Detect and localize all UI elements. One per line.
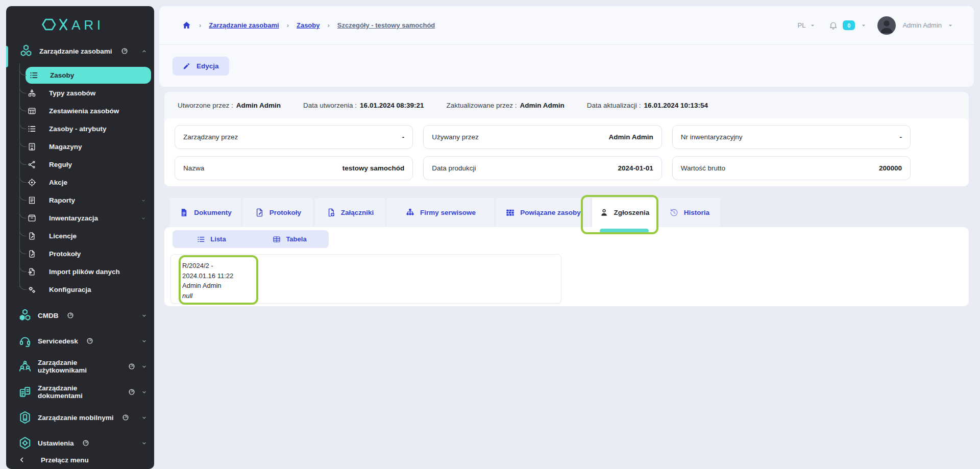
active-tab-indicator	[600, 229, 649, 233]
tab-protokoly[interactable]: Protokoły	[243, 198, 313, 227]
breadcrumb-separator: ›	[199, 21, 201, 29]
headset-icon	[18, 334, 32, 348]
shapes-icon	[28, 89, 36, 97]
list-icon	[28, 125, 36, 133]
target-icon	[28, 178, 36, 187]
tab-dokumenty[interactable]: Dokumenty	[170, 198, 241, 227]
sidebar-toggle-menu[interactable]: Przełącz menu	[6, 452, 154, 468]
breadcrumb-link-assets-module[interactable]: Zarządzanie zasobami	[209, 21, 279, 29]
warehouse-icon	[28, 142, 36, 151]
tab-label: Załączniki	[341, 209, 374, 216]
breadcrumb-row: › Zarządzanie zasobami › Zasoby › Szczeg…	[159, 6, 974, 45]
tab-zalaczniki[interactable]: Załączniki	[315, 198, 385, 227]
sidebar-item-import-plikow[interactable]: Import plików danych	[19, 263, 154, 281]
sidebar-item-zasoby-atrybuty[interactable]: Zasoby - atrybuty	[19, 120, 154, 138]
tab-label: Firmy serwisowe	[420, 209, 476, 216]
sidebar-item-servicedesk[interactable]: Servicedesk	[6, 328, 154, 354]
sidebar-item-label: Magazyny	[49, 143, 82, 151]
meta-value: 16.01.2024 08:39:21	[360, 102, 424, 109]
field-label: Wartość brutto	[681, 164, 725, 172]
sidebar-item-label: Inwentaryzacja	[49, 214, 98, 222]
tab-content-panel: Lista Tabela R/2024/2 - 2024.01.16 11:22…	[164, 227, 969, 306]
field-production-date[interactable]: Data produkcji 2024-01-01	[423, 156, 662, 180]
tab-zgloszenia[interactable]: Zgłoszenia	[592, 198, 656, 227]
detail-tabs: Dokumenty Protokoły Załączniki Firmy ser…	[170, 198, 720, 227]
sidebar-item-label: Raporty	[49, 196, 75, 204]
caret-down-icon	[808, 21, 817, 30]
sidebar-item-inwentaryzacja[interactable]: Inwentaryzacja	[19, 209, 154, 227]
sidebar-item-label: Zasoby	[50, 71, 74, 79]
subtab-lista[interactable]: Lista	[173, 230, 251, 248]
field-gross-value[interactable]: Wartość brutto 200000	[672, 156, 911, 180]
sidebar-item-raporty[interactable]: Raporty	[19, 191, 154, 209]
tab-label: Protokoły	[270, 209, 301, 216]
notification-badge[interactable]: 0	[843, 20, 855, 30]
breadcrumb: › Zarządzanie zasobami › Zasoby › Szczeg…	[182, 20, 435, 30]
chevron-down-icon	[141, 198, 146, 203]
tab-powiazane-zasoby[interactable]: Powiązane zasoby	[496, 198, 590, 227]
sidebar-item-mobile-management[interactable]: Zarządzanie mobilnymi	[6, 405, 154, 430]
breadcrumb-current[interactable]: Szczegóły - testowy samochód	[337, 21, 435, 29]
field-used-by[interactable]: Używany przez Admin Admin	[423, 125, 662, 149]
sidebar-section-label: Zarządzanie mobilnymi	[38, 414, 114, 422]
ticket-card[interactable]: R/2024/2 - 2024.01.16 11:22 Admin Admin …	[170, 254, 561, 304]
sidebar: ARI Zarządzanie zasobami Zasoby Typy zas…	[6, 6, 154, 469]
language-selector[interactable]: PL	[798, 21, 817, 30]
field-inventory-number[interactable]: Nr inwentaryzacyjny -	[672, 125, 911, 149]
sidebar-item-label: Import plików danych	[49, 268, 120, 276]
user-menu[interactable]: Admin Admin	[902, 21, 942, 29]
tab-label: Historia	[684, 209, 709, 216]
field-label: Używany przez	[432, 133, 479, 141]
inventory-box-icon	[28, 214, 36, 223]
language-label: PL	[798, 21, 806, 29]
breadcrumb-link-assets[interactable]: Zasoby	[297, 21, 320, 29]
report-icon	[28, 196, 36, 205]
gauge-icon	[67, 312, 74, 319]
meta-label: Data aktualizacji :	[587, 102, 641, 109]
sidebar-item-users-management[interactable]: Zarządzanie użytkownikami	[6, 354, 154, 379]
sidebar-item-documents-management[interactable]: Zarządzanie dokumentami	[6, 379, 154, 405]
tab-historia[interactable]: Historia	[658, 198, 720, 227]
sidebar-item-akcje[interactable]: Akcje	[19, 174, 154, 191]
sidebar-item-protokoly[interactable]: Protokoły	[19, 245, 154, 263]
ticket-author: Admin Admin	[182, 281, 561, 291]
meta-value: Admin Admin	[520, 102, 565, 109]
sidebar-item-zestawienia[interactable]: Zestawienia zasobów	[19, 102, 154, 120]
caret-down-icon	[946, 21, 954, 30]
bell-icon[interactable]	[828, 20, 838, 30]
sidebar-item-reguly[interactable]: Reguły	[19, 156, 154, 174]
sidebar-item-label: Akcje	[49, 179, 67, 186]
settings-gear-icon	[18, 436, 32, 450]
chevron-down-icon	[141, 389, 147, 395]
sidebar-group-assets[interactable]: Zarządzanie zasobami	[6, 40, 154, 62]
sidebar-item-label: Typy zasobów	[49, 89, 95, 97]
field-managed-by[interactable]: Zarządzany przez -	[175, 125, 413, 149]
sidebar-item-label: Zasoby - atrybuty	[49, 125, 107, 133]
svg-text:ARI: ARI	[71, 17, 104, 33]
sidebar-item-licencje[interactable]: Licencje	[19, 227, 154, 245]
sidebar-item-typy-zasobow[interactable]: Typy zasobów	[19, 84, 154, 102]
file-pen-icon	[28, 232, 36, 240]
home-icon[interactable]	[182, 20, 191, 30]
sidebar-item-magazyny[interactable]: Magazyny	[19, 138, 154, 156]
meta-updated-date: Data aktualizacji :16.01.2024 10:13:54	[587, 102, 708, 109]
sidebar-item-label: Licencje	[49, 232, 77, 240]
subtab-tabela[interactable]: Tabela	[251, 230, 329, 248]
app-logo[interactable]: ARI	[6, 6, 154, 37]
top-controls: PL 0 Admin Admin	[798, 16, 955, 35]
edit-button[interactable]: Edycja	[173, 57, 229, 76]
field-name[interactable]: Nazwa testowy samochód	[175, 156, 413, 180]
sidebar-item-konfiguracja[interactable]: Konfiguracja	[19, 281, 154, 299]
mobile-shield-icon	[18, 411, 32, 424]
caret-down-icon	[860, 21, 868, 30]
field-value: 200000	[879, 164, 902, 172]
avatar[interactable]	[877, 16, 896, 35]
sidebar-item-label: Zestawienia zasobów	[49, 107, 119, 115]
asset-details-card: Utworzone przez :Admin Admin Data utworz…	[164, 92, 969, 186]
tab-label: Zgłoszenia	[614, 209, 650, 216]
field-value: 2024-01-01	[618, 164, 653, 172]
sidebar-item-cmdb[interactable]: CMDB	[6, 303, 154, 328]
tab-firmy-serwisowe[interactable]: Firmy serwisowe	[387, 198, 494, 227]
file-pen-icon	[255, 208, 264, 217]
sidebar-item-zasoby[interactable]: Zasoby	[19, 66, 154, 84]
